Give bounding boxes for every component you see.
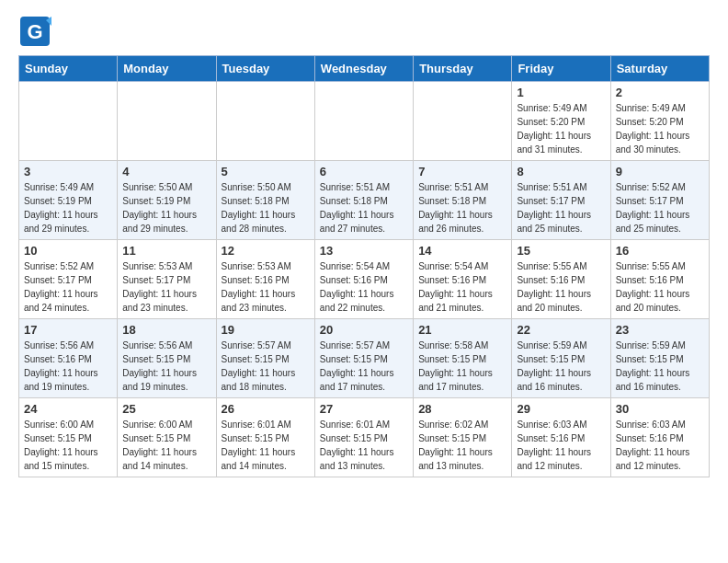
day-info: Sunrise: 5:49 AM Sunset: 5:20 PM Dayligh…	[616, 101, 704, 156]
calendar-cell: 9Sunrise: 5:52 AM Sunset: 5:17 PM Daylig…	[610, 161, 709, 240]
calendar-cell: 4Sunrise: 5:50 AM Sunset: 5:19 PM Daylig…	[118, 161, 216, 240]
calendar-cell	[118, 82, 216, 161]
day-of-week-wednesday: Wednesday	[314, 56, 413, 82]
calendar-week-5: 24Sunrise: 6:00 AM Sunset: 5:15 PM Dayli…	[19, 398, 710, 477]
day-info: Sunrise: 5:51 AM Sunset: 5:18 PM Dayligh…	[320, 180, 408, 236]
day-number: 28	[418, 402, 506, 416]
day-of-week-thursday: Thursday	[414, 56, 512, 82]
calendar-cell: 19Sunrise: 5:57 AM Sunset: 5:15 PM Dayli…	[216, 319, 314, 398]
calendar-cell: 8Sunrise: 5:51 AM Sunset: 5:17 PM Daylig…	[512, 161, 610, 240]
day-info: Sunrise: 5:57 AM Sunset: 5:15 PM Dayligh…	[222, 339, 310, 394]
calendar-cell: 7Sunrise: 5:51 AM Sunset: 5:18 PM Daylig…	[414, 161, 512, 240]
calendar-cell: 11Sunrise: 5:53 AM Sunset: 5:17 PM Dayli…	[118, 240, 216, 319]
day-info: Sunrise: 5:57 AM Sunset: 5:15 PM Dayligh…	[320, 339, 408, 394]
calendar-week-3: 10Sunrise: 5:52 AM Sunset: 5:17 PM Dayli…	[19, 240, 710, 319]
day-number: 5	[222, 165, 310, 178]
calendar-cell: 14Sunrise: 5:54 AM Sunset: 5:16 PM Dayli…	[414, 240, 512, 319]
day-info: Sunrise: 5:49 AM Sunset: 5:20 PM Dayligh…	[517, 101, 605, 156]
calendar-cell: 20Sunrise: 5:57 AM Sunset: 5:15 PM Dayli…	[314, 319, 413, 398]
day-number: 26	[222, 402, 310, 416]
day-info: Sunrise: 6:01 AM Sunset: 5:15 PM Dayligh…	[320, 418, 408, 473]
day-info: Sunrise: 6:02 AM Sunset: 5:15 PM Dayligh…	[418, 418, 506, 473]
day-info: Sunrise: 5:53 AM Sunset: 5:16 PM Dayligh…	[222, 259, 310, 315]
day-number: 20	[320, 323, 408, 337]
calendar-cell: 1Sunrise: 5:49 AM Sunset: 5:20 PM Daylig…	[512, 82, 610, 161]
calendar-cell: 3Sunrise: 5:49 AM Sunset: 5:19 PM Daylig…	[19, 161, 118, 240]
calendar-cell: 29Sunrise: 6:03 AM Sunset: 5:16 PM Dayli…	[512, 398, 610, 477]
day-info: Sunrise: 5:52 AM Sunset: 5:17 PM Dayligh…	[616, 180, 704, 236]
day-number: 13	[320, 244, 408, 258]
calendar-header-row: SundayMondayTuesdayWednesdayThursdayFrid…	[19, 56, 710, 82]
day-of-week-friday: Friday	[512, 56, 610, 82]
day-of-week-tuesday: Tuesday	[216, 56, 314, 82]
calendar-cell	[414, 82, 512, 161]
calendar-cell: 12Sunrise: 5:53 AM Sunset: 5:16 PM Dayli…	[216, 240, 314, 319]
day-info: Sunrise: 6:01 AM Sunset: 5:15 PM Dayligh…	[222, 418, 310, 473]
day-info: Sunrise: 5:56 AM Sunset: 5:15 PM Dayligh…	[122, 339, 210, 394]
calendar-cell: 13Sunrise: 5:54 AM Sunset: 5:16 PM Dayli…	[314, 240, 413, 319]
day-number: 18	[122, 323, 210, 337]
calendar-cell: 25Sunrise: 6:00 AM Sunset: 5:15 PM Dayli…	[118, 398, 216, 477]
day-number: 7	[418, 165, 506, 178]
calendar-cell: 16Sunrise: 5:55 AM Sunset: 5:16 PM Dayli…	[610, 240, 709, 319]
day-info: Sunrise: 5:53 AM Sunset: 5:17 PM Dayligh…	[122, 259, 210, 315]
day-number: 22	[517, 323, 605, 337]
day-info: Sunrise: 5:58 AM Sunset: 5:15 PM Dayligh…	[418, 339, 506, 394]
calendar-week-1: 1Sunrise: 5:49 AM Sunset: 5:20 PM Daylig…	[19, 82, 710, 161]
calendar-cell: 22Sunrise: 5:59 AM Sunset: 5:15 PM Dayli…	[512, 319, 610, 398]
calendar-cell: 26Sunrise: 6:01 AM Sunset: 5:15 PM Dayli…	[216, 398, 314, 477]
day-info: Sunrise: 5:55 AM Sunset: 5:16 PM Dayligh…	[616, 259, 704, 315]
page: G SundayMondayTuesdayWednesdayThursdayFr…	[0, 0, 728, 492]
calendar-cell: 21Sunrise: 5:58 AM Sunset: 5:15 PM Dayli…	[414, 319, 512, 398]
calendar-cell: 2Sunrise: 5:49 AM Sunset: 5:20 PM Daylig…	[610, 82, 709, 161]
day-info: Sunrise: 5:51 AM Sunset: 5:17 PM Dayligh…	[517, 180, 605, 236]
day-number: 27	[320, 402, 408, 416]
calendar-cell	[216, 82, 314, 161]
calendar-cell: 5Sunrise: 5:50 AM Sunset: 5:18 PM Daylig…	[216, 161, 314, 240]
day-number: 23	[616, 323, 704, 337]
calendar: SundayMondayTuesdayWednesdayThursdayFrid…	[18, 55, 710, 477]
day-number: 4	[122, 165, 210, 178]
day-number: 25	[122, 402, 210, 416]
day-number: 6	[320, 165, 408, 178]
day-info: Sunrise: 5:50 AM Sunset: 5:19 PM Dayligh…	[122, 180, 210, 236]
calendar-cell: 6Sunrise: 5:51 AM Sunset: 5:18 PM Daylig…	[314, 161, 413, 240]
day-number: 17	[24, 323, 112, 337]
day-of-week-saturday: Saturday	[610, 56, 709, 82]
day-number: 11	[122, 244, 210, 258]
day-info: Sunrise: 5:59 AM Sunset: 5:15 PM Dayligh…	[517, 339, 605, 394]
day-number: 16	[616, 244, 704, 258]
calendar-cell: 15Sunrise: 5:55 AM Sunset: 5:16 PM Dayli…	[512, 240, 610, 319]
day-info: Sunrise: 5:54 AM Sunset: 5:16 PM Dayligh…	[418, 259, 506, 315]
calendar-cell: 18Sunrise: 5:56 AM Sunset: 5:15 PM Dayli…	[118, 319, 216, 398]
day-number: 3	[24, 165, 112, 178]
day-info: Sunrise: 5:52 AM Sunset: 5:17 PM Dayligh…	[24, 259, 112, 315]
day-info: Sunrise: 6:03 AM Sunset: 5:16 PM Dayligh…	[616, 418, 704, 473]
svg-text:G: G	[27, 20, 42, 43]
day-number: 19	[222, 323, 310, 337]
day-info: Sunrise: 6:03 AM Sunset: 5:16 PM Dayligh…	[517, 418, 605, 473]
day-number: 1	[517, 86, 605, 99]
day-info: Sunrise: 6:00 AM Sunset: 5:15 PM Dayligh…	[122, 418, 210, 473]
day-number: 2	[616, 86, 704, 99]
day-number: 24	[24, 402, 112, 416]
day-number: 8	[517, 165, 605, 178]
day-info: Sunrise: 5:55 AM Sunset: 5:16 PM Dayligh…	[517, 259, 605, 315]
calendar-week-4: 17Sunrise: 5:56 AM Sunset: 5:16 PM Dayli…	[19, 319, 710, 398]
day-of-week-sunday: Sunday	[19, 56, 118, 82]
day-of-week-monday: Monday	[118, 56, 216, 82]
logo: G	[18, 15, 55, 48]
day-number: 12	[222, 244, 310, 258]
day-info: Sunrise: 5:50 AM Sunset: 5:18 PM Dayligh…	[222, 180, 310, 236]
day-number: 10	[24, 244, 112, 258]
calendar-cell: 10Sunrise: 5:52 AM Sunset: 5:17 PM Dayli…	[19, 240, 118, 319]
day-number: 9	[616, 165, 704, 178]
day-info: Sunrise: 5:54 AM Sunset: 5:16 PM Dayligh…	[320, 259, 408, 315]
day-number: 15	[517, 244, 605, 258]
calendar-week-2: 3Sunrise: 5:49 AM Sunset: 5:19 PM Daylig…	[19, 161, 710, 240]
calendar-cell: 28Sunrise: 6:02 AM Sunset: 5:15 PM Dayli…	[414, 398, 512, 477]
calendar-cell	[314, 82, 413, 161]
day-info: Sunrise: 6:00 AM Sunset: 5:15 PM Dayligh…	[24, 418, 112, 473]
day-number: 30	[616, 402, 704, 416]
day-info: Sunrise: 5:51 AM Sunset: 5:18 PM Dayligh…	[418, 180, 506, 236]
